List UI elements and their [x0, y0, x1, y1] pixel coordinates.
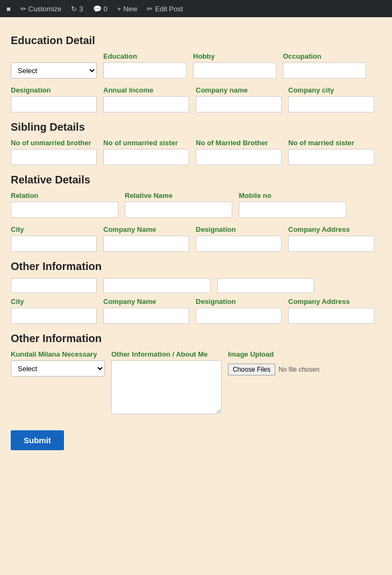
designation-input[interactable]	[11, 96, 97, 112]
other-city-input[interactable]	[11, 308, 97, 324]
relative-city-group: City	[11, 225, 97, 252]
relative-company-name-label: Company Name	[103, 225, 189, 233]
annual-income-label: Annual Income	[103, 86, 189, 94]
relative-company-address-label: Company Address	[288, 225, 374, 233]
company-name-edu-input[interactable]	[196, 96, 282, 112]
other-info-2-section-label: Other Information	[11, 332, 381, 345]
submit-button[interactable]: Submit	[11, 430, 64, 450]
updates-link[interactable]: ↻ 3	[71, 5, 83, 13]
unmarried-brother-label: No of unmarried brother	[11, 139, 97, 147]
married-sister-group: No of married sister	[288, 139, 374, 165]
annual-income-input[interactable]	[103, 96, 189, 112]
relation-group: Relation	[11, 191, 118, 218]
edit-icon: ✏	[147, 5, 153, 13]
education-detail-group: Select Matric Intermediate Graduate	[11, 62, 97, 79]
image-upload-label: Image Upload	[228, 350, 346, 358]
married-sister-input[interactable]	[288, 149, 374, 165]
education-detail-select[interactable]: Select Matric Intermediate Graduate	[11, 62, 97, 79]
comments-icon: 💬	[93, 5, 102, 13]
unmarried-brother-group: No of unmarried brother	[11, 139, 97, 165]
wp-logo: ■	[6, 5, 11, 13]
edit-post-link[interactable]: ✏ Edit Post	[147, 5, 183, 13]
other-city-label: City	[11, 297, 97, 306]
company-city-input[interactable]	[288, 96, 374, 112]
company-city-label: Company city	[288, 86, 374, 94]
kundali-label: Kundali Milana Necessary	[11, 350, 105, 358]
other-company-address-label: Company Address	[288, 297, 374, 306]
designation-group: Designation	[11, 86, 97, 112]
other-info-field-3[interactable]	[217, 278, 314, 293]
sibling-section-label: Sibling Details	[11, 121, 381, 133]
other-city-group: City	[11, 297, 97, 324]
relative-company-address-group: Company Address	[288, 225, 374, 252]
relative-company-name-input[interactable]	[103, 236, 189, 252]
unmarried-sister-input[interactable]	[103, 149, 189, 165]
company-name-edu-group: Company name	[196, 86, 282, 112]
other-designation-label: Designation	[196, 297, 282, 306]
about-textarea[interactable]	[111, 360, 222, 414]
relative-designation-label: Designation	[196, 225, 282, 233]
married-sister-label: No of married sister	[288, 139, 374, 147]
other-company-name-group: Company Name	[103, 297, 189, 324]
company-city-group: Company city	[288, 86, 374, 112]
education-input[interactable]	[103, 62, 187, 79]
occupation-label: Occupation	[283, 52, 366, 60]
unmarried-brother-input[interactable]	[11, 149, 97, 165]
other-company-address-group: Company Address	[288, 297, 374, 324]
unmarried-sister-group: No of unmarried sister	[103, 139, 189, 165]
other-info-top-row	[11, 278, 381, 293]
relative-city-label: City	[11, 225, 97, 233]
choose-files-button[interactable]: Choose Files	[228, 364, 275, 375]
submit-row: Submit	[11, 422, 381, 450]
relation-label: Relation	[11, 191, 118, 200]
other-info-2-row: Kundali Milana Necessary Select Yes No O…	[11, 350, 381, 414]
other-designation-group: Designation	[196, 297, 282, 324]
education-group: Education	[103, 52, 187, 79]
married-brother-group: No of Married Brother	[196, 139, 282, 165]
relative-company-name-group: Company Name	[103, 225, 189, 252]
about-group: Other Information / About Me	[111, 350, 222, 414]
relative-city-input[interactable]	[11, 236, 97, 252]
other-company-name-label: Company Name	[103, 297, 189, 306]
other-info-1-section-label: Other Information	[11, 260, 381, 273]
other-info-row-2: City Company Name Designation Company Ad…	[11, 297, 381, 324]
about-label: Other Information / About Me	[111, 350, 222, 358]
kundali-select[interactable]: Select Yes No	[11, 360, 105, 377]
relative-row-2: City Company Name Designation Company Ad…	[11, 225, 381, 252]
sibling-row: No of unmarried brother No of unmarried …	[11, 139, 381, 165]
education-section-label: Education Detail	[11, 34, 381, 47]
unmarried-sister-label: No of unmarried sister	[103, 139, 189, 147]
occupation-group: Occupation	[283, 52, 366, 79]
no-file-label: No file chosen	[279, 366, 319, 373]
pencil-icon: ✏	[20, 5, 26, 13]
designation-label: Designation	[11, 86, 97, 94]
married-brother-input[interactable]	[196, 149, 282, 165]
other-company-name-input[interactable]	[103, 308, 189, 324]
relative-designation-input[interactable]	[196, 236, 282, 252]
occupation-input[interactable]	[283, 62, 366, 79]
relation-input[interactable]	[11, 202, 118, 218]
updates-icon: ↻	[71, 5, 77, 13]
other-info-field-1[interactable]	[11, 278, 97, 293]
comments-link[interactable]: 💬 0	[93, 5, 108, 13]
hobby-input[interactable]	[193, 62, 276, 79]
mobile-label: Mobile no	[239, 191, 346, 200]
married-brother-label: No of Married Brother	[196, 139, 282, 147]
annual-income-group: Annual Income	[103, 86, 189, 112]
file-input-wrap: Choose Files No file chosen	[228, 364, 346, 375]
mobile-group: Mobile no	[239, 191, 346, 218]
other-company-address-input[interactable]	[288, 308, 374, 324]
plus-icon: +	[117, 5, 122, 13]
other-info-field-2[interactable]	[103, 278, 211, 293]
relative-company-address-input[interactable]	[288, 236, 374, 252]
relative-designation-group: Designation	[196, 225, 282, 252]
new-link[interactable]: + New	[117, 5, 138, 13]
relative-name-group: Relative Name	[125, 191, 232, 218]
customize-link[interactable]: ✏ Customize	[20, 5, 61, 13]
hobby-group: Hobby	[193, 52, 276, 79]
other-designation-input[interactable]	[196, 308, 282, 324]
relative-section-label: Relative Details	[11, 174, 381, 186]
mobile-input[interactable]	[239, 202, 346, 218]
relative-name-input[interactable]	[125, 202, 232, 218]
relative-name-label: Relative Name	[125, 191, 232, 200]
